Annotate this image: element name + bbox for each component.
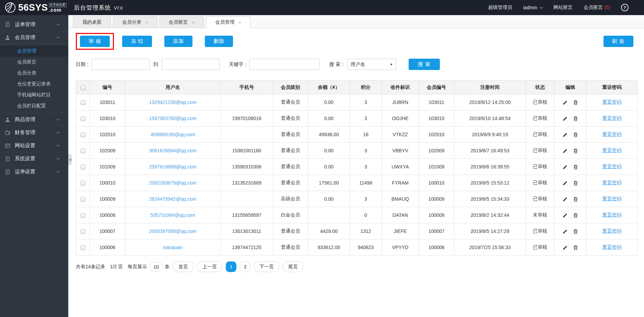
reset-password-link[interactable]: 重置密码: [602, 228, 622, 234]
search-type-select[interactable]: 用户名 ▼: [347, 59, 396, 70]
reset-password-link[interactable]: 重置密码: [602, 180, 622, 185]
edit-icon[interactable]: [563, 229, 567, 234]
username-link[interactable]: 2624475942@qq.com: [149, 196, 197, 202]
delete-icon[interactable]: [573, 213, 578, 218]
sidebar-item-product-mgmt[interactable]: 商品管理: [0, 113, 68, 126]
keyword-label: 关键字：: [229, 61, 248, 68]
tab-member-mgmt[interactable]: 会员管理 ×: [206, 16, 250, 28]
username-link[interactable]: 409889195@qq.com: [150, 132, 195, 137]
edit-icon[interactable]: [563, 181, 567, 186]
delete-icon[interactable]: [573, 100, 578, 105]
row-checkbox[interactable]: [81, 165, 85, 169]
delete-icon[interactable]: [573, 229, 578, 234]
reset-password-link[interactable]: 重置密码: [602, 115, 622, 121]
close-icon[interactable]: ×: [238, 20, 241, 25]
per-page-input[interactable]: [150, 262, 163, 272]
delete-icon[interactable]: [573, 197, 578, 202]
sidebar-collapse-handle[interactable]: ◀: [68, 154, 72, 165]
username-link[interactable]: 2092283679@qq.com: [149, 180, 197, 186]
username-link[interactable]: 2093397089@qq.com: [149, 228, 197, 234]
table-row: 102009 3061628584@qq.com 15361001180 普通会…: [76, 143, 638, 159]
row-checkbox[interactable]: [81, 213, 85, 218]
sidebar-subitem-warehouse-change-log[interactable]: 仓位变更记录表: [0, 79, 68, 90]
prev-page-button[interactable]: 上一页: [197, 261, 222, 272]
sidebar-subitem-member-messages[interactable]: 会员留言: [0, 57, 68, 68]
add-button[interactable]: 添加: [164, 36, 192, 47]
delete-icon[interactable]: [573, 181, 578, 186]
username-link[interactable]: xiaoquan: [163, 245, 183, 250]
delete-icon[interactable]: [573, 149, 578, 153]
tab-member-messages[interactable]: 会员留言 ×: [160, 16, 204, 28]
delete-icon[interactable]: [573, 116, 578, 121]
username-link[interactable]: 535731064@qq.com: [150, 212, 195, 218]
delete-icon[interactable]: [573, 245, 578, 250]
edit-icon[interactable]: [563, 132, 567, 137]
last-page-button[interactable]: 尾页: [283, 261, 303, 272]
sidebar-subitem-member-column-config[interactable]: 会员栏目配置: [0, 101, 68, 111]
edit-icon[interactable]: [563, 100, 567, 105]
edit-icon[interactable]: [563, 245, 567, 250]
first-page-button[interactable]: 首页: [173, 261, 194, 272]
sidebar-item-system-settings[interactable]: 系统设置: [0, 152, 68, 165]
cell-status: 已审核: [526, 239, 554, 256]
row-checkbox[interactable]: [81, 116, 85, 121]
reset-password-link[interactable]: 重置密码: [602, 212, 622, 218]
username-link[interactable]: 1329421230@qq.com: [149, 99, 197, 105]
delete-icon[interactable]: [573, 132, 578, 137]
row-checkbox[interactable]: [81, 197, 85, 202]
row-checkbox[interactable]: [81, 245, 85, 250]
reset-password-link[interactable]: 重置密码: [602, 131, 622, 137]
row-checkbox[interactable]: [81, 100, 85, 105]
cell-balance: 0.00: [308, 159, 350, 175]
edit-icon[interactable]: [563, 165, 567, 169]
search-button[interactable]: 搜 索: [409, 59, 440, 70]
sidebar-item-site-settings[interactable]: 网站设置: [0, 139, 68, 152]
row-checkbox[interactable]: [81, 229, 85, 234]
tab-member-category[interactable]: 会员分类 ×: [113, 16, 157, 28]
date-to-input[interactable]: [162, 59, 220, 70]
delete-icon[interactable]: [573, 165, 578, 169]
sidebar-item-finance-mgmt[interactable]: 财务管理: [0, 126, 68, 139]
chevron-down-icon: [539, 5, 543, 9]
select-all-checkbox[interactable]: [81, 85, 85, 90]
sidebar-subitem-member-category[interactable]: 会员分类: [0, 68, 68, 79]
reset-password-link[interactable]: 重置密码: [602, 164, 622, 169]
date-from-input[interactable]: [92, 59, 150, 70]
edit-icon[interactable]: [563, 116, 567, 121]
site-messages-link[interactable]: 网站留言: [553, 4, 573, 11]
row-checkbox[interactable]: [81, 149, 85, 153]
audit-button[interactable]: 审 核: [80, 36, 110, 47]
row-checkbox[interactable]: [81, 181, 85, 186]
user-menu[interactable]: iadmin: [523, 5, 542, 10]
sidebar-item-waybill-mgmt[interactable]: 运单管理: [0, 18, 68, 31]
edit-icon[interactable]: [563, 213, 567, 218]
close-icon[interactable]: ×: [145, 20, 148, 25]
keyword-input[interactable]: [249, 59, 320, 70]
reset-password-link[interactable]: 重置密码: [602, 148, 622, 153]
row-checkbox[interactable]: [81, 132, 85, 137]
sidebar-item-member-mgmt[interactable]: 会员管理: [0, 31, 68, 44]
page-button-2[interactable]: 2: [240, 261, 250, 272]
to-label: 到: [153, 61, 158, 68]
delete-button[interactable]: 删除: [205, 36, 233, 47]
username-link[interactable]: 3061628584@qq.com: [149, 148, 197, 153]
reset-password-link[interactable]: 重置密码: [602, 244, 622, 250]
reset-password-link[interactable]: 重置密码: [602, 196, 622, 201]
sidebar-subitem-mobile-site-columns[interactable]: 手机端网站栏目: [0, 90, 68, 101]
sidebar-item-waybill-settings[interactable]: 运单设置: [0, 165, 68, 178]
close-icon[interactable]: ×: [192, 20, 195, 25]
username-link[interactable]: 2597618808@qq.com: [149, 164, 197, 169]
member-messages-link[interactable]: 会员留言(5): [584, 4, 610, 11]
next-page-button[interactable]: 下一页: [254, 261, 279, 272]
sidebar-subitem-member-mgmt[interactable]: 会员管理: [0, 46, 68, 57]
edit-icon[interactable]: [563, 149, 567, 153]
page-button-1[interactable]: 1: [226, 261, 236, 272]
tab-my-desktop[interactable]: 我的桌面: [73, 16, 111, 28]
reset-password-link[interactable]: 重置密码: [602, 99, 622, 105]
username-link[interactable]: 1597063760@qq.com: [149, 116, 197, 121]
freeze-button[interactable]: 冻 结: [122, 36, 152, 47]
cell-id: 100010: [90, 175, 125, 191]
refresh-button[interactable]: 刷 新: [604, 36, 633, 47]
help-icon[interactable]: ?: [621, 4, 629, 11]
edit-icon[interactable]: [563, 197, 567, 202]
